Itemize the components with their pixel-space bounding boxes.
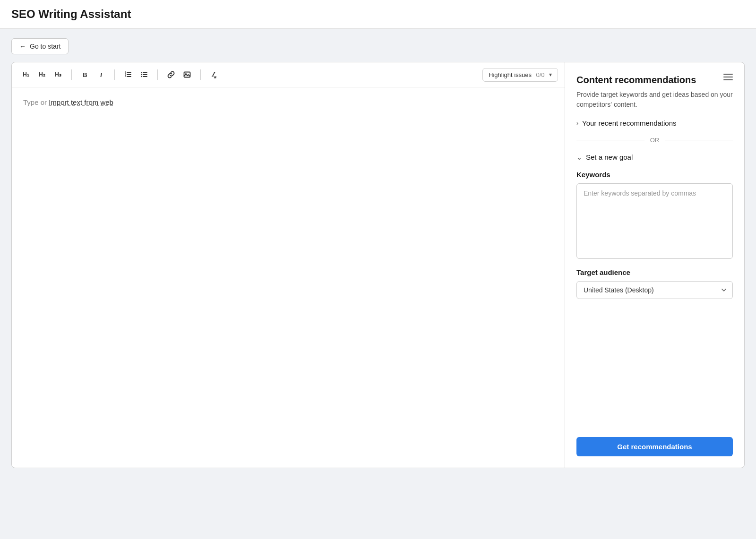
keywords-input[interactable] [576, 183, 733, 259]
or-divider: OR [576, 137, 733, 144]
list-buttons-group: 1 2 3 [120, 67, 152, 82]
svg-point-6 [141, 72, 142, 73]
app-header: SEO Writing Assistant [0, 0, 756, 29]
recent-chevron-icon: › [576, 120, 578, 127]
unordered-list-icon [140, 71, 148, 78]
image-button[interactable] [180, 67, 195, 82]
unordered-list-button[interactable] [137, 67, 152, 82]
toolbar-divider-1 [71, 69, 72, 80]
target-audience-section: Target audience United States (Desktop) … [576, 268, 733, 299]
panel-description: Provide target keywords and get ideas ba… [576, 90, 733, 110]
highlight-issues-dropdown[interactable]: Highlight issues 0/0 ▾ [482, 68, 558, 82]
clear-format-icon: 𝐼x [212, 70, 216, 79]
app-title: SEO Writing Assistant [11, 8, 745, 21]
editor-toolbar: H₁ H₂ H₃ B I [12, 62, 565, 87]
h2-button[interactable]: H₂ [34, 67, 50, 82]
clear-format-button[interactable]: 𝐼x [206, 67, 222, 82]
recent-recommendations-row[interactable]: › Your recent recommendations [576, 117, 733, 129]
bold-button[interactable]: B [77, 67, 93, 82]
get-recommendations-button[interactable]: Get recommendations [576, 437, 733, 456]
keywords-section-label: Keywords [576, 171, 733, 179]
panel-title: Content recommendations [576, 74, 733, 86]
image-icon [183, 71, 191, 78]
heading-buttons-group: H₁ H₂ H₃ [18, 67, 66, 82]
insert-buttons-group [163, 67, 195, 82]
app-content: ← Go to start H₁ H₂ H₃ B I [0, 29, 756, 478]
main-layout: H₁ H₂ H₃ B I [11, 62, 745, 468]
audience-select[interactable]: United States (Desktop) United States (M… [576, 281, 733, 299]
ordered-list-icon: 1 2 3 [124, 71, 132, 78]
goal-chevron-icon: ⌄ [576, 154, 582, 161]
ordered-list-button[interactable]: 1 2 3 [120, 67, 136, 82]
highlight-count: 0/0 [536, 71, 544, 78]
svg-point-8 [141, 76, 142, 77]
target-audience-label: Target audience [576, 268, 733, 276]
svg-point-7 [141, 74, 142, 75]
h3-button[interactable]: H₃ [51, 67, 66, 82]
link-icon [167, 71, 175, 78]
link-button[interactable] [163, 67, 179, 82]
editor-area[interactable]: Type or Import text from web [12, 87, 565, 468]
import-text-link[interactable]: Import text from web [49, 98, 113, 106]
set-new-goal-row[interactable]: ⌄ Set a new goal [576, 151, 733, 163]
placeholder-prefix: Type or [23, 98, 49, 106]
menu-line-2 [723, 77, 733, 77]
highlight-label: Highlight issues [489, 71, 532, 78]
menu-line-3 [723, 79, 733, 80]
right-panel: Content recommendations Provide target k… [565, 62, 745, 468]
keywords-section: Keywords [576, 171, 733, 261]
editor-panel: H₁ H₂ H₃ B I [11, 62, 565, 468]
svg-text:3: 3 [125, 75, 126, 77]
menu-line-1 [723, 74, 733, 75]
or-label: OR [650, 137, 660, 144]
h1-button[interactable]: H₁ [18, 67, 34, 82]
go-to-start-label: Go to start [30, 43, 60, 50]
set-new-goal-label: Set a new goal [586, 153, 633, 161]
back-arrow-icon: ← [19, 43, 26, 50]
text-format-group: B I [77, 67, 109, 82]
italic-button[interactable]: I [94, 67, 109, 82]
highlight-chevron-icon: ▾ [549, 71, 552, 78]
toolbar-divider-2 [114, 69, 115, 80]
go-to-start-button[interactable]: ← Go to start [11, 38, 69, 54]
toolbar-divider-3 [157, 69, 158, 80]
toolbar-divider-4 [200, 69, 201, 80]
panel-menu-button[interactable] [722, 72, 735, 82]
editor-placeholder: Type or Import text from web [23, 97, 553, 108]
recent-recommendations-label: Your recent recommendations [582, 119, 677, 127]
